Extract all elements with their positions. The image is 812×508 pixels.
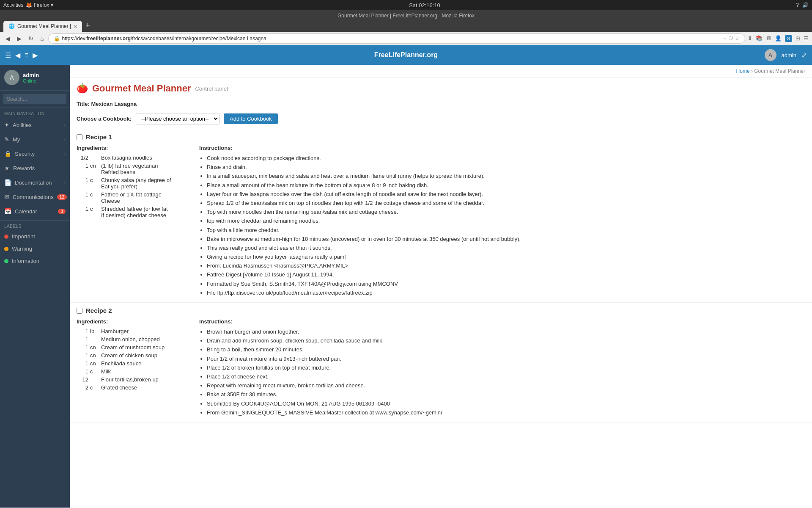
ingredients-header-2: Ingredients: <box>77 318 191 325</box>
ingredient-row: 1 c Milk <box>77 368 191 375</box>
refresh-button[interactable]: ↻ <box>26 34 36 43</box>
ing-unit: cn <box>90 360 99 367</box>
content-area: Home › Gourmet Meal Planner 🍅 Gourmet Me… <box>70 65 812 508</box>
download-icon[interactable]: ⬇ <box>748 35 752 42</box>
window-title: Gourmet Meal Planner | FreeLifePlanner.o… <box>0 12 812 19</box>
sync-icon[interactable]: S <box>785 35 792 42</box>
calendar-badge: 3 <box>58 209 66 214</box>
activities-label[interactable]: Activities <box>3 2 23 8</box>
search-input[interactable] <box>3 94 66 104</box>
breadcrumb-home[interactable]: Home <box>736 68 750 74</box>
ing-unit: lb <box>90 328 99 334</box>
communications-icon: ✉ <box>4 193 9 200</box>
calendar-icon: 📅 <box>4 208 11 215</box>
nav-section-label: MAIN NAVIGATION <box>0 108 70 118</box>
warning-label: Warning <box>12 246 32 252</box>
header-right: A admin ⤢ <box>765 49 807 61</box>
top-bar: Activities 🦊 Firefox ▾ Sat 02:16:10 ? 🔊 <box>0 0 812 10</box>
bookmark-icon[interactable]: ☆ <box>735 36 740 41</box>
sidebar-rewards-label: Rewards <box>13 165 35 171</box>
ing-name: Fatfree or 1% fat cottageCheese <box>101 191 162 204</box>
security-icon: 🔒 <box>54 36 60 41</box>
ing-name: Medium onion, chopped <box>101 336 160 342</box>
ing-unit: cn <box>90 163 99 169</box>
label-important[interactable]: Important <box>0 230 70 243</box>
ing-qty: 1 <box>77 191 88 198</box>
chevron-icon: ‹ <box>64 122 66 127</box>
cookbook-select[interactable]: --Please choose an option-- <box>136 113 219 124</box>
tab-close-button[interactable]: × <box>74 23 77 30</box>
page-header: 🍅 Gourmet Meal Planner Control panel <box>70 78 812 97</box>
back-button[interactable]: ◀ <box>3 34 12 43</box>
browser-chrome: Gourmet Meal Planner | FreeLifePlanner.o… <box>0 10 812 45</box>
firefox-label[interactable]: 🦊 Firefox ▾ <box>26 2 53 8</box>
label-information[interactable]: Information <box>0 255 70 267</box>
url-more-icon[interactable]: ··· <box>722 36 727 41</box>
important-label: Important <box>12 233 35 240</box>
profile-icon[interactable]: 👤 <box>775 35 782 42</box>
menu-icon[interactable]: ☰ <box>804 35 809 42</box>
forward-nav-button[interactable]: ▶ <box>33 51 38 59</box>
sidebar-calendar-label: Calendar <box>15 208 37 215</box>
list-item: From Gemini_SINGLEQUOTE_s MASSIVE MealMa… <box>207 409 805 417</box>
cookbook-form-row: Choose a Cookbook: --Please choose an op… <box>70 110 812 129</box>
active-tab[interactable]: 🌐 Gourmet Meal Planner | × <box>3 21 82 32</box>
sidebar-search[interactable] <box>0 91 70 108</box>
url-path: /frdcsa/codebases/internal/gourmet/recip… <box>131 36 266 41</box>
important-dot <box>4 235 8 239</box>
library-icon[interactable]: 📚 <box>756 35 763 42</box>
list-item: Place 1/2 of broken tortillas on top of … <box>207 364 805 372</box>
my-icon: ✎ <box>4 136 9 143</box>
add-to-cookbook-button[interactable]: Add to Cookbook <box>224 113 278 124</box>
instructions-list-1: Cook noodles according to package direct… <box>199 155 805 297</box>
list-item: top with more cheddar and remaining nood… <box>207 217 805 225</box>
ing-qty: 1 <box>77 177 88 183</box>
sidebar-item-security[interactable]: 🔒 Security ‹ <box>0 146 70 161</box>
instructions-header-2: Instructions: <box>199 318 805 325</box>
sidebar-item-my[interactable]: ✎ My ‹ <box>0 132 70 146</box>
ingredient-row: 1 c Chunky salsa (any degree ofEat you p… <box>77 177 191 190</box>
recipe-2-checkbox[interactable] <box>77 308 82 314</box>
sidebar-item-rewards[interactable]: ★ Rewards <box>0 161 70 175</box>
admin-name: admin <box>782 52 796 58</box>
ing-qty: 1 <box>77 344 88 351</box>
abilities-icon: ✦ <box>4 121 9 128</box>
list-item: Brown hamburger and onion together. <box>207 328 805 336</box>
list-item: Pour 1/2 of meat mixture into a 9x13-inc… <box>207 355 805 363</box>
grid-icon[interactable]: ⊞ <box>796 35 800 42</box>
ing-qty: 1 <box>77 328 88 334</box>
ingredient-row: 1 cn Cream of chicken soup <box>77 352 191 359</box>
volume-icon: 🔊 <box>802 2 809 8</box>
forward-button[interactable]: ▶ <box>15 34 24 43</box>
recipe-1-ingredients: Ingredients: 1/2 Box lasagna noodles 1 c… <box>77 145 191 298</box>
recipe-1-checkbox[interactable] <box>77 134 82 140</box>
recipe-2-instructions: Instructions: Brown hamburger and onion … <box>199 318 805 418</box>
ingredient-row: 1 cn Enchilada sauce <box>77 360 191 367</box>
ingredient-row: 1 Medium onion, chopped <box>77 336 191 342</box>
page-title: Gourmet Meal Planner <box>92 83 191 94</box>
share-button[interactable]: ⤢ <box>801 51 807 59</box>
home-button[interactable]: ⌂ <box>38 34 46 43</box>
list-item: Top with a little more cheddar. <box>207 226 805 234</box>
ing-name: Shredded fatfree (or low fatIf desired) … <box>101 206 168 218</box>
page-subtitle: Control panel <box>195 86 228 92</box>
sidebar-item-communications[interactable]: ✉ Communications 12 <box>0 190 70 204</box>
ingredients-header-1: Ingredients: <box>77 145 191 151</box>
list-item: Bake at 350F for 30 minutes. <box>207 391 805 398</box>
hamburger-button[interactable]: ☰ <box>5 51 11 59</box>
tab-title: Gourmet Meal Planner | <box>17 23 71 29</box>
back-nav-button[interactable]: ◀ <box>15 51 20 59</box>
sidebar-item-calendar[interactable]: 📅 Calendar 3 <box>0 204 70 218</box>
list-item: Bake in microwave at medium-high for 10 … <box>207 235 805 243</box>
list-nav-button[interactable]: ≡ <box>25 51 28 59</box>
list-item: Place 1/2 of cheese next. <box>207 373 805 381</box>
sidebar-status: Online <box>23 78 39 83</box>
recipe-1-header: Recipe 1 <box>77 133 805 141</box>
sidebar-item-documentation[interactable]: 📄 Documentation ‹ <box>0 175 70 190</box>
url-box[interactable]: 🔒 https://dev.freelifeplanner.org/frdcsa… <box>48 33 745 44</box>
monitor-icon[interactable]: 🖥 <box>766 35 771 42</box>
ing-name: Cream of mushroom soup <box>101 344 165 351</box>
label-warning[interactable]: Warning <box>0 243 70 255</box>
sidebar-item-abilities[interactable]: ✦ Abilities ‹ <box>0 118 70 132</box>
new-tab-button[interactable]: + <box>82 19 93 32</box>
